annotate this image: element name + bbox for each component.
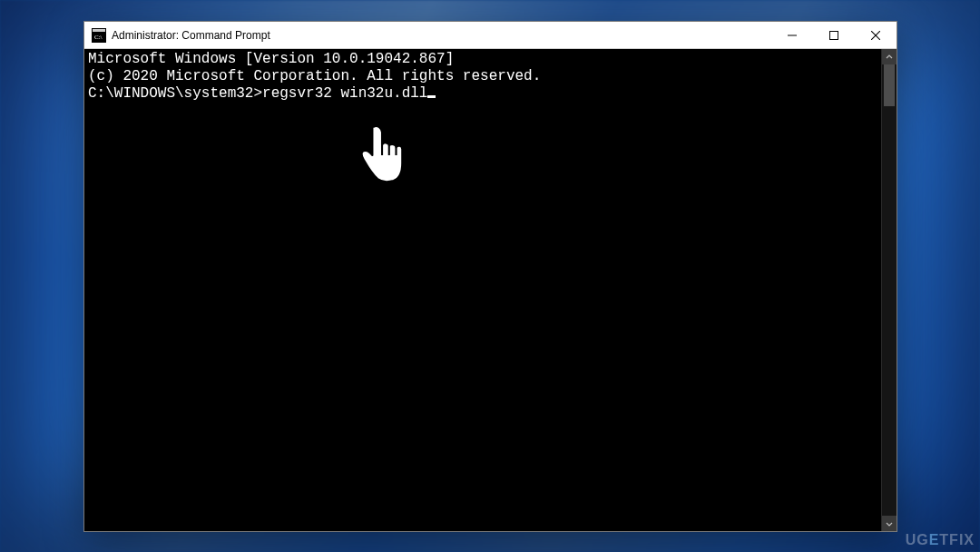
- titlebar[interactable]: C:\ Administrator: Command Prompt: [84, 22, 897, 49]
- text-cursor: [427, 95, 436, 98]
- svg-rect-3: [788, 34, 797, 35]
- minimize-button[interactable]: [771, 22, 813, 48]
- maximize-button[interactable]: [813, 22, 855, 48]
- maximize-icon: [829, 31, 838, 40]
- console-prompt-line: C:\WINDOWS\system32>regsvr32 win32u.dll: [88, 85, 877, 103]
- console-line: (c) 2020 Microsoft Corporation. All righ…: [88, 68, 877, 85]
- cmd-icon: C:\: [92, 28, 106, 43]
- scroll-down-button[interactable]: [882, 516, 897, 531]
- console-line: Microsoft Windows [Version 10.0.19042.86…: [88, 51, 877, 68]
- console-command: regsvr32 win32u.dll: [262, 85, 427, 102]
- vertical-scrollbar[interactable]: [881, 49, 897, 531]
- svg-text:C:\: C:\: [94, 34, 103, 41]
- chevron-down-icon: [886, 520, 893, 527]
- minimize-icon: [788, 31, 797, 40]
- console-prompt: C:\WINDOWS\system32>: [88, 85, 262, 102]
- scrollbar-track[interactable]: [882, 64, 897, 516]
- close-button[interactable]: [855, 22, 897, 48]
- scrollbar-thumb[interactable]: [884, 64, 895, 106]
- chevron-up-icon: [886, 54, 893, 61]
- watermark-part: UG: [906, 532, 929, 547]
- svg-rect-1: [93, 29, 105, 32]
- watermark-part: E: [929, 532, 940, 547]
- scroll-up-button[interactable]: [882, 49, 897, 64]
- svg-rect-4: [830, 31, 838, 39]
- console-output[interactable]: Microsoft Windows [Version 10.0.19042.86…: [84, 49, 881, 531]
- cmd-window: C:\ Administrator: Command Prompt Micros…: [83, 21, 897, 532]
- watermark-part: TFIX: [939, 532, 975, 547]
- close-icon: [871, 31, 880, 40]
- window-title: Administrator: Command Prompt: [112, 29, 270, 42]
- window-controls: [771, 22, 897, 48]
- console-area: Microsoft Windows [Version 10.0.19042.86…: [84, 49, 897, 531]
- watermark-text: UGETFIX: [906, 532, 975, 548]
